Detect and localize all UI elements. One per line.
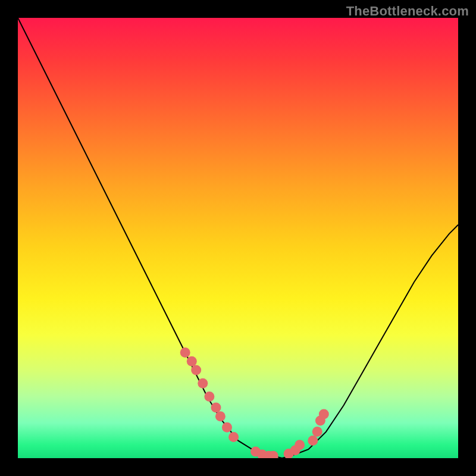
marker-point bbox=[191, 365, 201, 375]
marker-point bbox=[211, 402, 221, 412]
marker-point bbox=[228, 432, 239, 442]
marker-point bbox=[198, 378, 208, 389]
watermark-text: TheBottleneck.com bbox=[346, 4, 469, 19]
marker-point bbox=[295, 440, 305, 450]
marker-point bbox=[187, 356, 197, 367]
plot-area bbox=[18, 18, 458, 458]
marker-point bbox=[180, 347, 190, 358]
marker-point bbox=[312, 427, 322, 437]
marker-point bbox=[308, 436, 318, 446]
marker-point bbox=[222, 422, 232, 433]
marker-point bbox=[319, 409, 329, 419]
chart-stage: TheBottleneck.com bbox=[0, 0, 476, 476]
marker-point bbox=[215, 411, 226, 421]
marker-point bbox=[204, 392, 214, 402]
chart-svg bbox=[18, 18, 458, 458]
marker-group bbox=[180, 347, 329, 458]
bottleneck-curve bbox=[18, 18, 458, 458]
